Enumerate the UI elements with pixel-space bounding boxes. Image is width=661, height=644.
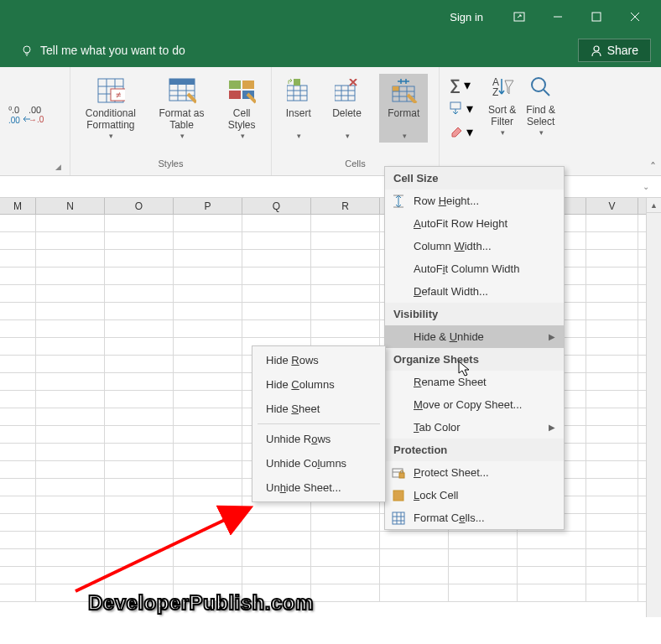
menu-item-lock-cell[interactable]: Lock Cell xyxy=(385,484,564,506)
sigma-icon: ∑ xyxy=(450,76,461,94)
submenu-arrow-icon: ▶ xyxy=(549,423,555,432)
collapse-ribbon-button[interactable]: ˄ xyxy=(650,160,656,174)
menu-item-hide-sheet[interactable]: Hide Sheet xyxy=(252,397,385,421)
menu-item-autofit-column-width[interactable]: AutoFit Column Width xyxy=(385,257,564,280)
cell-styles-button[interactable]: Cell Styles▾ xyxy=(224,74,259,143)
ribbon-group-cells: Insert▾ Delete▾ Format▾ Cells xyxy=(272,67,440,175)
format-cells-icon xyxy=(392,512,405,525)
close-button[interactable] xyxy=(616,0,654,34)
ribbon-group-number: ⁰.0.00 .00→.0 ◢ xyxy=(0,67,70,175)
format-cells-button[interactable]: Format▾ xyxy=(379,74,428,143)
find-select-button[interactable]: Find & Select▾ xyxy=(523,70,559,139)
scroll-up-button[interactable]: ▲ xyxy=(647,198,661,213)
column-header[interactable]: V xyxy=(586,198,638,214)
format-as-table-icon xyxy=(168,75,196,106)
share-person-icon xyxy=(591,44,602,56)
ribbon-display-options-button[interactable] xyxy=(500,0,539,34)
svg-rect-23 xyxy=(242,80,254,89)
svg-rect-32 xyxy=(335,86,355,101)
menu-item-unhide-columns[interactable]: Unhide Columns xyxy=(252,451,385,475)
menu-item-hide-rows[interactable]: Hide Rows xyxy=(252,348,385,372)
svg-rect-26 xyxy=(287,86,307,101)
menu-section-cell-size: Cell Size xyxy=(385,167,564,190)
decrease-decimal-button[interactable]: ⁰.0.00 xyxy=(8,105,20,125)
grid-row[interactable] xyxy=(0,549,661,567)
increase-decimal-button[interactable]: .00→.0 xyxy=(29,105,44,124)
svg-rect-52 xyxy=(399,473,404,478)
svg-rect-43 xyxy=(450,102,461,109)
column-header[interactable]: Q xyxy=(242,198,311,214)
menu-item-tab-color[interactable]: Tab Color ▶ xyxy=(385,416,564,439)
cell-styles-icon xyxy=(227,75,256,106)
share-button[interactable]: Share xyxy=(578,39,651,62)
ribbon-group-label-styles: Styles xyxy=(75,158,266,174)
clear-button[interactable]: ▾ xyxy=(445,121,478,143)
grid-row[interactable] xyxy=(0,532,661,549)
menu-item-hide-unhide[interactable]: Hide & Unhide ▶ xyxy=(385,325,564,348)
autosum-button[interactable]: ∑▾ xyxy=(445,74,478,96)
svg-text:≠: ≠ xyxy=(116,90,121,100)
menu-separator xyxy=(258,423,380,424)
svg-rect-2 xyxy=(592,13,601,21)
conditional-formatting-icon: ≠ xyxy=(96,75,125,106)
delete-cells-button[interactable]: Delete▾ xyxy=(329,74,365,143)
svg-rect-54 xyxy=(393,512,404,524)
sort-filter-button[interactable]: AZ Sort & Filter▾ xyxy=(485,70,519,139)
vertical-scrollbar[interactable]: ▲ xyxy=(646,198,661,617)
share-label: Share xyxy=(607,44,638,57)
grid-row[interactable] xyxy=(0,567,661,584)
insert-cells-icon xyxy=(287,75,310,106)
window-titlebar: Sign in xyxy=(0,0,661,34)
svg-line-47 xyxy=(544,90,549,96)
menu-item-column-width[interactable]: Column Width... xyxy=(385,235,564,257)
svg-point-8 xyxy=(594,46,599,51)
format-as-table-button[interactable]: Format as Table▾ xyxy=(156,74,208,143)
menu-item-format-cells[interactable]: Format Cells... xyxy=(385,506,564,529)
svg-rect-38 xyxy=(393,86,399,91)
menu-item-move-copy-sheet[interactable]: Move or Copy Sheet... xyxy=(385,393,564,416)
column-header[interactable]: M xyxy=(0,198,36,214)
tell-me-search[interactable]: Tell me what you want to do xyxy=(20,44,185,57)
maximize-button[interactable] xyxy=(577,0,616,34)
submenu-arrow-icon: ▶ xyxy=(549,332,555,341)
column-header[interactable]: P xyxy=(174,198,242,214)
conditional-formatting-button[interactable]: ≠ Conditional Formatting▾ xyxy=(82,74,139,143)
menu-item-unhide-sheet[interactable]: Unhide Sheet... xyxy=(252,475,385,500)
fill-button[interactable]: ▾ xyxy=(445,97,478,119)
column-header[interactable]: R xyxy=(311,198,380,214)
number-dialog-launcher[interactable]: ◢ xyxy=(53,163,63,173)
fill-down-icon xyxy=(450,101,463,115)
minimize-button[interactable] xyxy=(539,0,577,34)
menu-item-row-height[interactable]: Row Height... xyxy=(385,190,564,212)
menu-item-rename-sheet[interactable]: Rename Sheet xyxy=(385,371,564,393)
menu-item-hide-columns[interactable]: Hide Columns xyxy=(252,372,385,397)
svg-point-46 xyxy=(532,78,545,91)
signin-link[interactable]: Sign in xyxy=(450,11,483,23)
ribbon-group-editing: ∑▾ ▾ ▾ AZ Sort & Filter▾ Find & Se xyxy=(440,67,616,175)
insert-cells-button[interactable]: Insert▾ xyxy=(283,74,315,143)
row-height-icon xyxy=(392,195,405,208)
menu-item-autofit-row-height[interactable]: AutoFit Row Height xyxy=(385,212,564,235)
svg-rect-24 xyxy=(229,91,241,99)
ribbon-group-styles: ≠ Conditional Formatting▾ Format as Tabl… xyxy=(70,67,272,175)
svg-text:Z: Z xyxy=(492,86,498,98)
menu-item-default-width[interactable]: Default Width... xyxy=(385,280,564,303)
menu-section-protection: Protection xyxy=(385,439,564,461)
column-header[interactable]: O xyxy=(105,198,174,214)
menu-item-unhide-rows[interactable]: Unhide Rows xyxy=(252,427,385,451)
find-select-icon xyxy=(529,72,553,102)
menu-section-visibility: Visibility xyxy=(385,303,564,325)
column-header[interactable]: N xyxy=(36,198,105,214)
formula-bar-expand-button[interactable]: ⌄ xyxy=(638,182,654,191)
tab-row: Tell me what you want to do Share xyxy=(0,34,661,67)
svg-rect-17 xyxy=(169,79,195,85)
eraser-icon xyxy=(450,125,463,138)
ribbon-group-label-number: ◢ xyxy=(5,158,65,174)
ribbon: ⁰.0.00 .00→.0 ◢ ≠ Conditional Formatting… xyxy=(0,67,661,176)
sort-filter-icon: AZ xyxy=(490,72,515,102)
format-dropdown-menu: Cell Size Row Height... AutoFit Row Heig… xyxy=(384,166,565,530)
menu-section-organize-sheets: Organize Sheets xyxy=(385,348,564,371)
svg-point-5 xyxy=(23,46,30,53)
menu-item-protect-sheet[interactable]: Protect Sheet... xyxy=(385,461,564,484)
lightbulb-icon xyxy=(20,44,34,57)
